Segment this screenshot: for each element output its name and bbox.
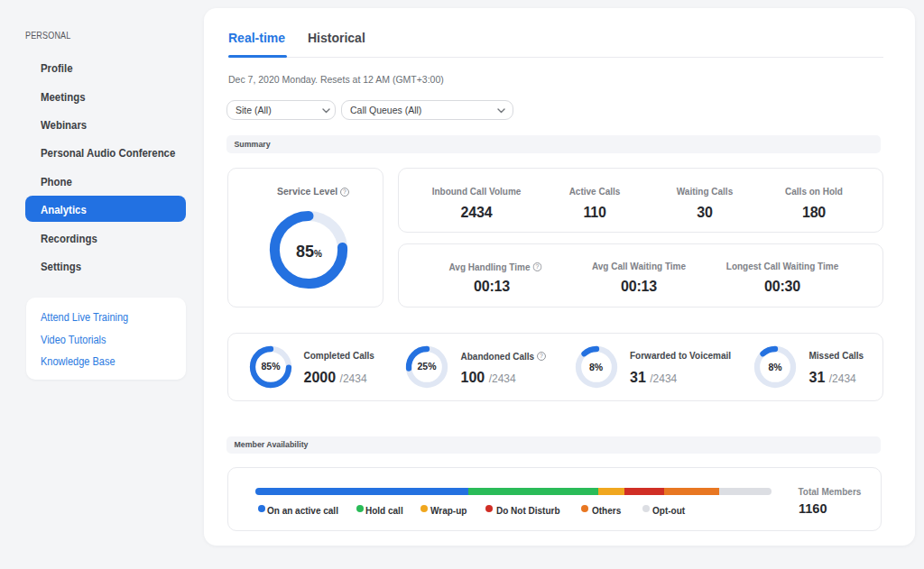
svg-text:?: ? [540, 353, 543, 359]
svg-text:?: ? [536, 263, 540, 270]
svg-text:?: ? [343, 188, 346, 195]
